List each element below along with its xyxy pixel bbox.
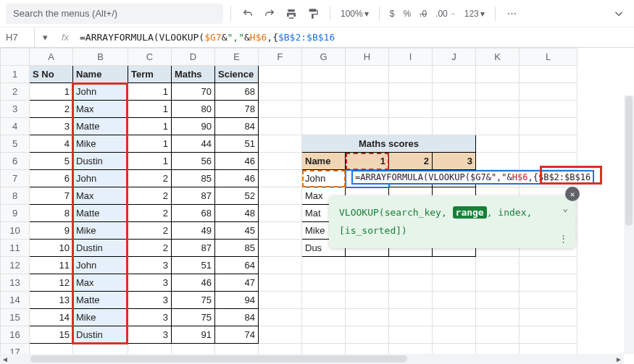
cell[interactable]: 2	[128, 222, 172, 240]
row-header[interactable]: 14	[1, 292, 30, 309]
cell[interactable]	[259, 187, 302, 205]
cell[interactable]	[389, 118, 433, 135]
cell[interactable]: 2	[128, 205, 172, 222]
cell[interactable]	[259, 309, 302, 326]
cell[interactable]: S No	[30, 66, 73, 83]
cell[interactable]	[520, 257, 577, 274]
cell[interactable]: 8	[30, 205, 73, 222]
cell[interactable]: 3	[128, 257, 172, 274]
col-header[interactable]: F	[259, 48, 302, 66]
increase-decimal-button[interactable]: .00→	[433, 9, 459, 19]
col-header[interactable]: D	[172, 48, 215, 66]
zoom-select[interactable]: 100% ▾	[338, 9, 372, 19]
cell[interactable]: 84	[215, 309, 259, 326]
col-header[interactable]: L	[520, 48, 577, 66]
cell[interactable]	[346, 257, 389, 274]
col-header[interactable]: B	[73, 48, 128, 66]
row-header[interactable]: 6	[1, 153, 30, 170]
cell[interactable]	[520, 292, 577, 309]
cell[interactable]: Max	[73, 274, 128, 292]
cell[interactable]: Term	[128, 66, 172, 83]
cell[interactable]: 46	[215, 170, 259, 187]
cell[interactable]: Maths scores	[302, 135, 476, 153]
cell[interactable]	[302, 66, 346, 83]
cell[interactable]: 1	[30, 83, 73, 101]
formula-input[interactable]: =ARRAYFORMULA(VLOOKUP($G7&","&H$6,{$B$2:…	[75, 32, 634, 43]
cell[interactable]	[520, 66, 577, 83]
cell[interactable]	[259, 66, 302, 83]
row-header[interactable]: 16	[1, 326, 30, 344]
cell[interactable]	[302, 274, 346, 292]
col-header[interactable]: H	[346, 48, 389, 66]
row-header[interactable]: 13	[1, 274, 30, 292]
row-header[interactable]: 4	[1, 118, 30, 135]
cell[interactable]	[476, 83, 520, 101]
cell[interactable]	[259, 274, 302, 292]
cell[interactable]: John	[73, 170, 128, 187]
cell[interactable]	[346, 101, 389, 118]
cell[interactable]: 68	[215, 83, 259, 101]
row-header[interactable]: 8	[1, 187, 30, 205]
col-header[interactable]: C	[128, 48, 172, 66]
cell[interactable]	[346, 292, 389, 309]
cell[interactable]: 9	[30, 222, 73, 240]
cell[interactable]	[259, 292, 302, 309]
cell[interactable]: 48	[215, 205, 259, 222]
cell[interactable]	[476, 292, 520, 309]
name-box-dropdown-icon[interactable]: ▾	[35, 32, 55, 43]
cell[interactable]: 7	[30, 187, 73, 205]
cell[interactable]	[476, 118, 520, 135]
cell[interactable]	[476, 101, 520, 118]
cell[interactable]	[389, 326, 433, 344]
cell[interactable]: John	[73, 83, 128, 101]
sheet-area[interactable]: A B C D E F G H I J K L 1 S No Name Term…	[0, 48, 634, 364]
cell[interactable]	[302, 292, 346, 309]
cell[interactable]: 2	[389, 153, 433, 170]
row-header[interactable]: 10	[1, 222, 30, 240]
cell[interactable]	[520, 135, 577, 153]
cell[interactable]	[259, 257, 302, 274]
cell[interactable]: 85	[172, 170, 215, 187]
cell[interactable]	[433, 66, 476, 83]
cell[interactable]: 1	[128, 135, 172, 153]
cell[interactable]	[389, 101, 433, 118]
chevron-down-icon[interactable]: ⌄	[562, 203, 568, 213]
cell[interactable]: Dustin	[73, 326, 128, 344]
cell[interactable]	[302, 309, 346, 326]
cell[interactable]: 3	[128, 309, 172, 326]
close-icon[interactable]: ✕	[565, 187, 580, 201]
scrollbar-thumb[interactable]	[625, 96, 633, 226]
cell[interactable]: 75	[172, 309, 215, 326]
cell[interactable]: 5	[30, 153, 73, 170]
scroll-right-icon[interactable]: ►	[614, 355, 624, 363]
cell[interactable]: Max	[73, 187, 128, 205]
cell[interactable]: 85	[215, 240, 259, 257]
cell[interactable]: 46	[172, 274, 215, 292]
cell[interactable]: Science	[215, 66, 259, 83]
row-header[interactable]: 5	[1, 135, 30, 153]
cell[interactable]	[346, 66, 389, 83]
cell[interactable]: 45	[215, 222, 259, 240]
cell[interactable]: 47	[215, 274, 259, 292]
cell[interactable]	[346, 118, 389, 135]
cell[interactable]: 12	[30, 274, 73, 292]
cell[interactable]	[259, 170, 302, 187]
cell[interactable]: 80	[172, 101, 215, 118]
cell[interactable]: Name	[302, 153, 346, 170]
cell[interactable]: 2	[128, 187, 172, 205]
cell[interactable]: 15	[30, 326, 73, 344]
cell[interactable]: 3	[30, 118, 73, 135]
more-icon[interactable]: ⋯	[503, 4, 522, 23]
cell[interactable]: Matte	[73, 292, 128, 309]
decrease-decimal-button[interactable]: .0	[417, 9, 430, 19]
row-header[interactable]: 12	[1, 257, 30, 274]
cell[interactable]	[302, 101, 346, 118]
cell[interactable]: Mike	[73, 309, 128, 326]
cell[interactable]: Dustin	[73, 153, 128, 170]
cell[interactable]: 6	[30, 170, 73, 187]
cell[interactable]	[346, 83, 389, 101]
scroll-left-icon[interactable]: ◄	[0, 355, 10, 363]
cell[interactable]	[259, 153, 302, 170]
cell[interactable]	[259, 101, 302, 118]
cell[interactable]	[476, 153, 520, 170]
